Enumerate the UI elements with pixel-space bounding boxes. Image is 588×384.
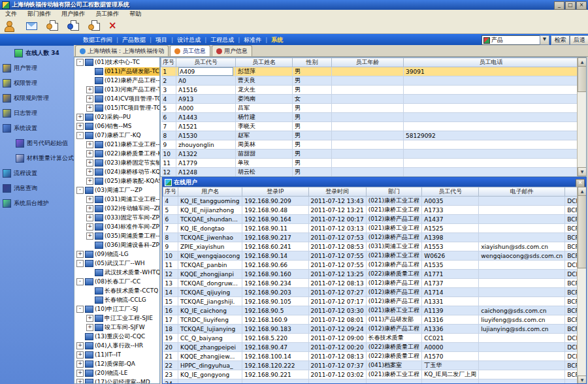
minimize-button[interactable]: _ — [554, 1, 564, 10]
tree-node-27[interactable]: -(10)申江工厂-SJ — [74, 304, 159, 313]
tree-node-12[interactable]: +(024)康桥移动节-KQJ — [74, 167, 159, 176]
tree-node-30[interactable]: (13)重庆公司-CQC — [74, 332, 159, 341]
tree-expander-expand-icon[interactable]: + — [86, 141, 93, 148]
tree-expander-expand-icon[interactable]: + — [86, 232, 93, 240]
scroll-up-button[interactable]: ▲ — [578, 57, 587, 67]
tree-expander-expand-icon[interactable]: + — [86, 205, 93, 212]
table-row[interactable]: 2A0曹天良男 — [161, 76, 579, 86]
tree-node-24[interactable]: -(08)长春工厂-CC — [74, 277, 159, 286]
tree-node-31[interactable]: +(04)人事行政--HR — [74, 341, 159, 350]
sidebar-item-5[interactable]: 图号代码起始值 — [16, 139, 74, 148]
tree-expander-expand-icon[interactable]: + — [86, 159, 93, 167]
table-row[interactable]: 7KQ_IE_dongtao192.168.90.112011-07-12 03… — [163, 224, 586, 233]
nav-link-1[interactable]: 产品数据 — [121, 36, 147, 44]
nav-link-0[interactable]: 数据工作间 — [82, 36, 114, 44]
tree-node-6[interactable]: +(02)采购--PU — [74, 112, 159, 121]
employee-column-header[interactable]: 员工电话 — [404, 58, 579, 67]
tree-node-11[interactable]: +(023)康桥固定节实轴-KQ — [74, 158, 159, 167]
sidebar-item-7[interactable]: 流程设置 — [3, 169, 74, 178]
table-row[interactable]: 11TCKQAE_panbin192.168.90.662011-07-12 0… — [163, 261, 586, 270]
tab-2[interactable]: 用户信息 — [212, 45, 252, 56]
scroll-thumb[interactable] — [578, 66, 587, 92]
table-row[interactable]: 4KQ_IE_tangguoming192.168.90.2092011-07-… — [163, 197, 586, 206]
online-column-header[interactable]: 登录IP — [242, 187, 308, 197]
sidebar-item-4[interactable]: 系统设置 — [3, 124, 74, 133]
tree-node-9[interactable]: +(021)康桥工业工程--KQ — [74, 140, 159, 149]
tree-node-4[interactable]: +(014)CV项目管理-TC — [74, 94, 159, 103]
tree-node-32[interactable]: +(11)IT--IT — [74, 350, 159, 359]
sidebar-item-1[interactable]: 权限管理 — [3, 79, 74, 88]
tree-expander-expand-icon[interactable]: + — [76, 379, 84, 384]
online-column-header[interactable]: 登录时间 — [308, 187, 366, 197]
menu-item-2[interactable]: 用户操作 — [56, 10, 90, 18]
tree-node-5[interactable]: +(015)TC项目管理-TC — [74, 103, 159, 112]
tree-node-23[interactable]: 武汉技术质量-WHTQ — [74, 268, 159, 277]
tree-expander-collapse-icon[interactable]: - — [76, 260, 84, 267]
menu-item-0[interactable]: 文件 — [0, 10, 22, 18]
tree-expander-expand-icon[interactable]: + — [86, 178, 93, 185]
tree-node-14[interactable]: -(03)周浦工厂--ZP — [74, 185, 159, 195]
table-row[interactable]: 9zhouyonglin周美林男 — [161, 140, 579, 150]
table-row[interactable]: 21KQQE_zhangjiew...192.168.100.142011-07… — [163, 352, 586, 361]
tree-expander-expand-icon[interactable]: + — [76, 342, 84, 349]
employee-column-header[interactable]: 序号 — [161, 58, 176, 67]
tree-node-18[interactable]: +(034)标准件车间-ZPS — [74, 222, 159, 231]
sidebar-item-3[interactable]: 日志管理 — [3, 109, 74, 118]
tree-expander-expand-icon[interactable]: + — [86, 95, 93, 103]
tree-node-22[interactable]: -(05)武汉工厂--WH — [74, 259, 159, 268]
table-row[interactable]: 19CC_Q_baiyang192.168.5.2202011-07-12 09… — [163, 334, 586, 343]
table-row[interactable]: 6A1443杨竹建男 — [161, 113, 579, 122]
menu-item-1[interactable]: 部门操作 — [22, 10, 56, 18]
table-row[interactable]: 5A000吕军男 — [161, 104, 579, 113]
nav-link-5[interactable]: 标准件 — [242, 36, 263, 44]
tree-expander-expand-icon[interactable]: + — [76, 123, 84, 130]
tree-expander-collapse-icon[interactable]: - — [76, 306, 84, 313]
table-row[interactable]: 1彭慧萍男39091 — [161, 67, 579, 76]
doc-person-copy-icon[interactable] — [88, 20, 101, 32]
employee-code-input[interactable] — [178, 67, 233, 76]
tree-node-26[interactable]: 长春物流-CCLG — [74, 295, 159, 304]
sidebar-item-8[interactable]: 消息查询 — [3, 184, 74, 193]
tree-node-3[interactable]: +(013)河南产品工程-TC — [74, 85, 159, 94]
table-row[interactable]: 4A913娄鸿南女 — [161, 95, 579, 104]
table-row[interactable]: 8A1530赵军男58129092 — [161, 131, 579, 140]
tab-0[interactable]: 上海纳铁福：上海纳铁福传动 — [75, 45, 169, 56]
table-row[interactable]: 12KQQE_zhongjianpi192.168.90.1602011-07-… — [163, 270, 586, 279]
online-column-header[interactable]: 序号 — [163, 187, 178, 197]
table-row[interactable]: 5KQ_IE_nijianzhong192.168.90.482011-07-1… — [163, 206, 586, 215]
sidebar-item-0[interactable]: 用户管理 — [3, 64, 74, 72]
search-combobox[interactable]: 产品 — [482, 35, 540, 45]
table-row[interactable]: 12A1248胡云松男 — [161, 168, 579, 177]
doc-person-orange-icon[interactable] — [46, 20, 59, 32]
tree-expander-expand-icon[interactable]: + — [76, 351, 84, 359]
online-column-header[interactable]: 用户名 — [178, 187, 242, 197]
table-row[interactable]: 10A1322苗甜甜男 — [161, 150, 579, 159]
scroll-down-button[interactable]: ▼ — [578, 167, 587, 176]
table-row[interactable]: 15TCKQAE_jiangshiji.192.168.90.1052011-0… — [163, 297, 586, 306]
close-button[interactable]: × — [576, 1, 587, 10]
delete-x-icon[interactable]: × — [108, 20, 122, 32]
send-mail-icon[interactable] — [25, 20, 38, 32]
tree-node-28[interactable]: +申江工业工程-SJIE — [74, 313, 159, 323]
tree-node-7[interactable]: +(06)销售--MS — [74, 121, 159, 131]
menu-item-3[interactable]: 员工操作 — [90, 10, 124, 18]
table-row[interactable]: 18TCKQAE_lujianying192.168.90.1832011-07… — [163, 325, 586, 334]
table-row[interactable]: 14TCKQAE_qijuying192.168.90.2032011-07-1… — [163, 288, 586, 297]
combo-dropdown-button[interactable]: ▼ — [540, 35, 549, 45]
table-row[interactable]: 8TCKQAE_jiwenhao192.168.90.2172011-07-12… — [163, 233, 586, 242]
tree-node-8[interactable]: -(07)康桥工厂-KQ — [74, 131, 159, 140]
tree-expander-expand-icon[interactable]: + — [76, 370, 84, 377]
table-row[interactable]: 17TCRDC_liuyifeng192.168.160.92011-07-12… — [163, 315, 586, 325]
tree-node-33[interactable]: +(12)质保部-QA — [74, 359, 159, 368]
tree-node-17[interactable]: +(033)固定节车间-ZPP — [74, 213, 159, 222]
user-key-icon[interactable] — [4, 20, 17, 32]
online-column-header[interactable]: 电子邮件 — [479, 187, 565, 197]
tree-expander-collapse-icon[interactable]: - — [76, 59, 84, 66]
menu-item-4[interactable]: 帮助 — [124, 10, 146, 18]
tree-expander-expand-icon[interactable]: + — [76, 251, 84, 258]
tree-node-20[interactable]: (036)周浦设备科-ZPEMT — [74, 240, 159, 249]
table-row[interactable]: 20KQQE_zhangpeipei192.168.90.472011-07-1… — [163, 343, 586, 352]
tree-expander-expand-icon[interactable]: + — [76, 360, 84, 368]
table-row[interactable]: 6TCKQAE_shundan...192.168.90.1642011-07-… — [163, 215, 586, 224]
tab-1[interactable]: 员工信息 — [170, 45, 210, 56]
